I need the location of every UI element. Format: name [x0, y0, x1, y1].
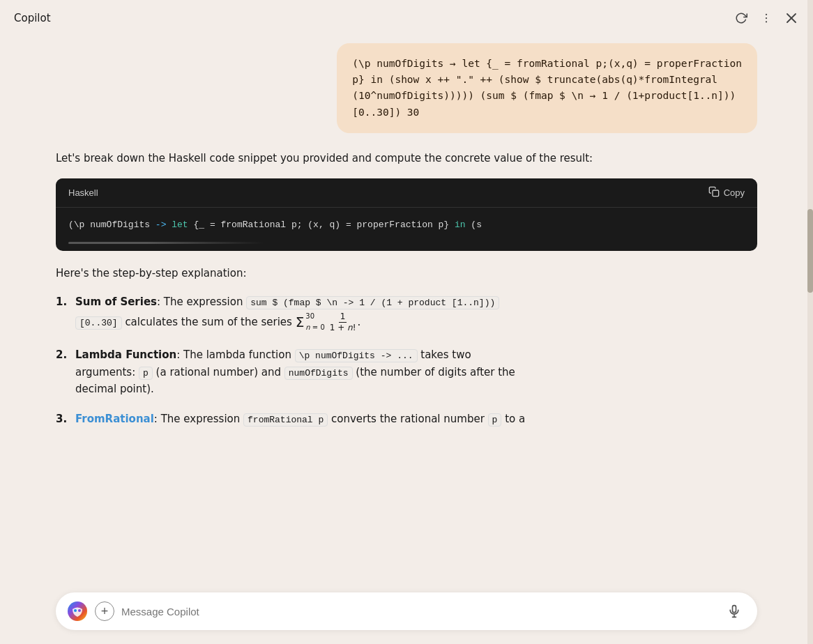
step-3-code-2: p [488, 413, 502, 427]
step-2-code-1: \p numOfDigits -> ... [295, 349, 418, 362]
step-2: 2. Lambda Function: The lambda function … [56, 346, 757, 398]
math-limits: 30 n = 0 [305, 311, 324, 334]
step-1-title: Sum of Series [75, 296, 157, 308]
math-fraction: 1 1 + n! [328, 312, 358, 332]
svg-point-2 [766, 21, 767, 22]
scrollbar-thumb[interactable] [807, 209, 813, 293]
step-3-title: FromRational [75, 413, 154, 425]
titlebar-controls [734, 10, 799, 26]
step-2-code-2: p [139, 367, 153, 380]
assistant-intro: Let's break down the Haskell code snippe… [56, 150, 757, 167]
app-title: Copilot [14, 12, 51, 24]
input-bar: + [0, 584, 813, 644]
app-window: Copilot (\p nu [0, 0, 813, 644]
user-message-wrapper: (\p numOfDigits → let {_ = fromRational … [56, 43, 757, 133]
svg-rect-5 [713, 190, 719, 197]
more-options-icon[interactable] [759, 10, 774, 26]
step-1: 1. Sum of Series: The expression sum $ (… [56, 293, 757, 334]
math-denominator: 1 + n! [328, 323, 358, 332]
user-bubble: (\p numOfDigits → let {_ = fromRational … [337, 43, 757, 133]
scrollbar-track [807, 0, 813, 644]
step-1-code-1: sum $ (fmap $ \n -> 1 / (1 + product [1.… [246, 296, 499, 309]
copy-button[interactable]: Copy [708, 186, 745, 199]
svg-point-7 [74, 609, 77, 612]
code-block-header: Haskell Copy [56, 178, 757, 208]
step-1-math: Σ 30 n = 0 1 1 + n! [296, 311, 358, 334]
step-3-number: 3. [56, 411, 75, 428]
step-2-content: Lambda Function: The lambda function \p … [75, 346, 757, 398]
chat-area: (\p numOfDigits → let {_ = fromRational … [0, 36, 813, 584]
sigma-icon: Σ [296, 315, 305, 329]
code-language-label: Haskell [68, 185, 98, 200]
step-1-number: 1. [56, 293, 75, 311]
close-icon[interactable] [784, 10, 799, 26]
code-block-body: (\p numOfDigits -> let {_ = fromRational… [56, 208, 757, 242]
message-input[interactable] [121, 606, 715, 618]
math-lower: n = 0 [305, 322, 324, 334]
user-message-text: (\p numOfDigits → let {_ = fromRational … [352, 58, 742, 118]
svg-point-8 [78, 609, 81, 612]
input-row: + [56, 592, 757, 630]
svg-point-1 [766, 17, 767, 19]
math-numerator: 1 [339, 312, 347, 322]
svg-point-0 [766, 14, 767, 15]
step-2-number: 2. [56, 346, 75, 364]
step-3-content: FromRational: The expression fromRationa… [75, 411, 757, 428]
steps-list: 1. Sum of Series: The expression sum $ (… [56, 293, 757, 428]
refresh-icon[interactable] [734, 10, 749, 26]
add-button[interactable]: + [95, 601, 114, 621]
math-upper: 30 [305, 311, 324, 323]
step-2-code-3: numOfDigits [284, 367, 353, 380]
svg-rect-9 [733, 606, 736, 613]
mic-button[interactable] [722, 599, 746, 623]
code-scroll-indicator [68, 242, 264, 244]
mic-icon [727, 604, 741, 618]
titlebar: Copilot [0, 0, 813, 36]
step-2-title: Lambda Function [75, 348, 176, 361]
step-3: 3. FromRational: The expression fromRati… [56, 411, 757, 428]
step-3-code-1: fromRational p [243, 413, 328, 427]
copy-label: Copy [724, 187, 745, 198]
copy-icon [708, 186, 720, 199]
copilot-logo [67, 601, 88, 622]
step-1-content: Sum of Series: The expression sum $ (fma… [75, 293, 757, 334]
explanation-intro: Here's the step-by-step explanation: [56, 265, 757, 282]
assistant-response: Let's break down the Haskell code snippe… [56, 150, 757, 440]
code-block: Haskell Copy (\p numOfDigits -> let {_ =… [56, 178, 757, 252]
step-1-code-2: [0..30] [75, 316, 122, 330]
